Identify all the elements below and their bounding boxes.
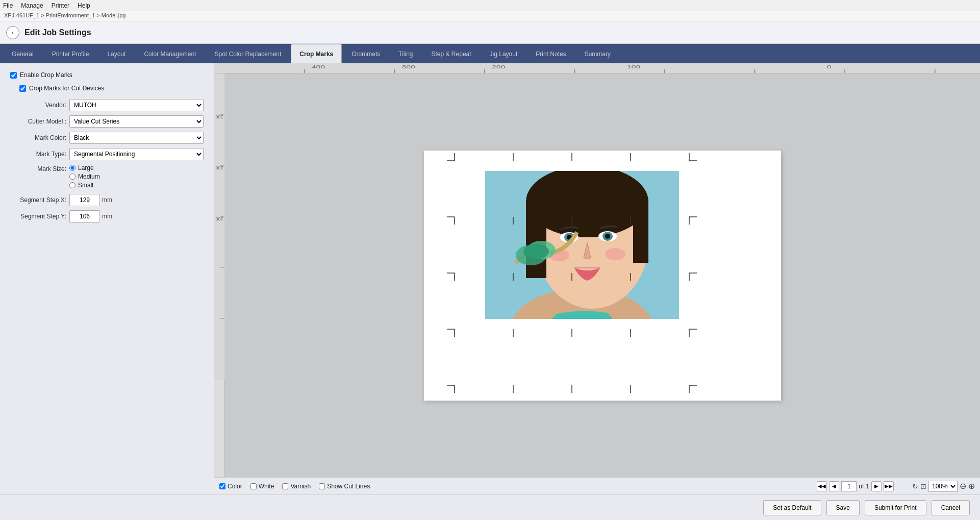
ruler-left: 300 200 100 <box>214 73 224 477</box>
tab-layout[interactable]: Layout <box>98 44 134 63</box>
refresh-icon[interactable]: ↻ <box>912 482 918 490</box>
svg-point-34 <box>605 234 610 239</box>
color-checkbox[interactable] <box>219 483 225 489</box>
page-title: Edit Job Settings <box>24 28 91 37</box>
white-label: White <box>259 483 274 490</box>
action-bar: Set as Default Save Submit for Print Can… <box>0 494 980 520</box>
segment-step-x-row: Segment Step X: mm <box>10 194 204 206</box>
page-first-button[interactable]: ◀◀ <box>817 481 827 491</box>
tab-print-notes[interactable]: Print Notes <box>527 44 574 63</box>
mark-size-medium-label: Medium <box>78 173 100 180</box>
page-last-button[interactable]: ▶▶ <box>884 481 894 491</box>
cutter-model-select[interactable]: Value Cut Series <box>69 115 204 128</box>
menu-manage[interactable]: Manage <box>21 2 43 9</box>
segment-step-y-label: Segment Step Y: <box>10 213 66 220</box>
canvas-area: 400 300 200 100 0 300 200 100 <box>214 63 980 494</box>
mark-color-dropdown-wrapper: Black White <box>69 132 204 144</box>
svg-rect-27 <box>526 202 546 278</box>
tab-tiling[interactable]: Tiling <box>390 44 421 63</box>
segment-step-x-spinner: mm <box>69 194 112 206</box>
varnish-checkbox[interactable] <box>282 483 288 489</box>
tab-color-management[interactable]: Color Management <box>135 44 205 63</box>
mark-size-large-row: Large <box>69 164 100 171</box>
svg-text:400: 400 <box>312 64 325 69</box>
mark-size-medium-radio[interactable] <box>69 174 76 180</box>
svg-text:200: 200 <box>492 64 506 69</box>
main-layout: Enable Crop Marks Crop Marks for Cut Dev… <box>0 63 980 494</box>
enable-crop-marks-label: Enable Crop Marks <box>20 71 72 79</box>
svg-text:300: 300 <box>215 114 223 119</box>
tab-grommets[interactable]: Grommets <box>343 44 389 63</box>
paper <box>424 151 781 401</box>
back-button[interactable]: ‹ <box>6 26 19 39</box>
tab-spot-color[interactable]: Spot Color Replacement <box>206 44 290 63</box>
svg-text:100: 100 <box>627 64 641 69</box>
zoom-out-icon[interactable]: ⊖ <box>960 481 966 491</box>
color-check-item: Color <box>219 483 242 490</box>
segment-step-x-label: Segment Step X: <box>10 196 66 204</box>
photo-image <box>485 171 679 319</box>
show-cut-lines-checkbox[interactable] <box>319 483 325 489</box>
mark-size-medium-row: Medium <box>69 173 100 180</box>
photo-svg <box>485 171 679 319</box>
submit-print-button[interactable]: Submit for Print <box>865 500 926 515</box>
white-checkbox[interactable] <box>250 483 257 489</box>
svg-rect-28 <box>633 202 648 263</box>
vendor-select[interactable]: MUTOH <box>69 99 204 111</box>
cancel-button[interactable]: Cancel <box>932 500 970 515</box>
svg-text:200: 200 <box>215 165 223 170</box>
enable-crop-marks-row: Enable Crop Marks <box>10 71 204 79</box>
page-nav-controls: ◀◀ ◀ of 1 ▶ ▶▶ <box>817 481 894 491</box>
mark-color-select[interactable]: Black White <box>69 132 204 144</box>
menu-bar: File Manage Printer Help <box>0 0 980 11</box>
mark-type-select[interactable]: Segmental Positioning Standard <box>69 148 204 160</box>
page-next-button[interactable]: ▶ <box>871 481 882 491</box>
menu-file[interactable]: File <box>3 2 13 9</box>
segment-step-x-unit: mm <box>102 196 112 204</box>
zoom-in-icon[interactable]: ⊕ <box>968 481 975 491</box>
color-label: Color <box>228 483 242 490</box>
tab-jig-layout[interactable]: Jig Layout <box>481 44 526 63</box>
segment-step-y-spinner: mm <box>69 210 112 222</box>
vendor-dropdown-wrapper: MUTOH <box>69 99 204 111</box>
svg-point-44 <box>523 244 549 259</box>
cut-devices-label: Crop Marks for Cut Devices <box>29 85 104 92</box>
svg-rect-14 <box>214 73 224 380</box>
segment-step-y-row: Segment Step Y: mm <box>10 210 204 222</box>
tab-printer-profile[interactable]: Printer Profile <box>43 44 98 63</box>
mark-size-row: Mark Size: Large Medium Small <box>10 164 204 189</box>
canvas-bottom-toolbar: Color White Varnish Show Cut Lines ◀◀ ◀ … <box>214 477 980 494</box>
cutter-model-row: Cutter Model : Value Cut Series <box>10 115 204 128</box>
save-button[interactable]: Save <box>826 500 860 515</box>
menu-help[interactable]: Help <box>78 2 90 9</box>
title-bar: ‹ Edit Job Settings <box>0 21 980 44</box>
enable-crop-marks-checkbox[interactable] <box>10 72 17 79</box>
page-number-input[interactable] <box>841 481 857 491</box>
fit-icon[interactable]: ⊡ <box>920 482 926 490</box>
mark-size-small-radio[interactable] <box>69 182 76 188</box>
cut-devices-checkbox[interactable] <box>19 85 26 92</box>
tab-general[interactable]: General <box>3 44 42 63</box>
vendor-row: Vendor: MUTOH <box>10 99 204 111</box>
zoom-select[interactable]: 100% 75% 50% 125% <box>928 481 958 492</box>
mark-size-radio-group: Large Medium Small <box>69 164 100 189</box>
page-of-text: of <box>859 483 864 490</box>
page-total: 1 <box>866 483 869 490</box>
page-prev-button[interactable]: ◀ <box>829 481 839 491</box>
set-default-button[interactable]: Set as Default <box>763 500 821 515</box>
segment-step-x-input[interactable] <box>69 194 100 206</box>
menu-printer[interactable]: Printer <box>52 2 69 9</box>
segment-step-y-input[interactable] <box>69 210 100 222</box>
ruler-top: 400 300 200 100 0 <box>214 63 980 73</box>
mark-size-large-label: Large <box>78 164 94 171</box>
mark-type-label: Mark Type: <box>10 151 66 158</box>
mark-color-label: Mark Color: <box>10 134 66 141</box>
zoom-controls: ↻ ⊡ 100% 75% 50% 125% ⊖ ⊕ <box>912 481 975 492</box>
tab-summary[interactable]: Summary <box>576 44 619 63</box>
cutter-model-label: Cutter Model : <box>10 118 66 125</box>
mark-size-large-radio[interactable] <box>69 165 76 171</box>
mark-type-dropdown-wrapper: Segmental Positioning Standard <box>69 148 204 160</box>
tab-step-repeat[interactable]: Step & Repeat <box>423 44 480 63</box>
tab-crop-marks[interactable]: Crop Marks <box>291 44 342 63</box>
mark-size-small-row: Small <box>69 182 100 189</box>
